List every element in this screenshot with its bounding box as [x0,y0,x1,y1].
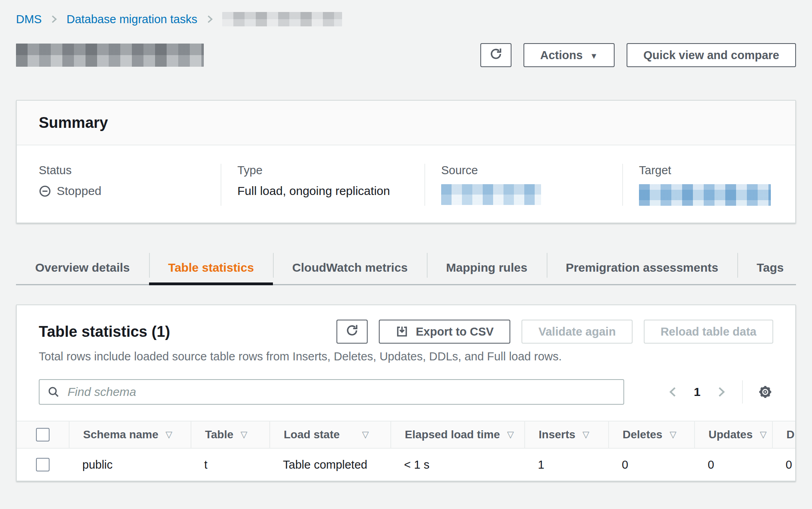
summary-card: Summary Status Stopped Type Full load, o… [16,100,796,223]
refresh-button[interactable] [480,43,511,67]
chevron-left-icon [667,386,679,398]
previous-page-button[interactable] [667,386,679,398]
cell-table: t [191,449,269,481]
breadcrumb: DMS Database migration tasks [16,11,796,27]
column-header-inserts[interactable]: Inserts▽ [524,422,608,448]
summary-card-header: Summary [17,101,795,145]
breadcrumb-current-task-redacted [222,12,342,26]
cell-updates: 0 [694,449,772,481]
cell-schema-name: public [69,449,191,481]
table-statistics-header: Table statistics (1) Export to CSV Valid… [17,320,795,344]
sort-icon[interactable]: ▽ [362,429,369,440]
sort-icon[interactable]: ▽ [241,429,247,440]
breadcrumb-link-dms[interactable]: DMS [16,13,42,26]
column-header-ddls-clipped[interactable]: D [772,422,795,448]
page-header: Actions ▼ Quick view and compare [16,42,796,68]
column-header-updates[interactable]: Updates▽ [694,422,772,448]
type-value: Full load, ongoing replication [237,184,424,198]
sort-icon[interactable]: ▽ [583,429,589,440]
column-header-table[interactable]: Table▽ [191,422,269,448]
cell-inserts: 1 [524,449,608,481]
cell-ddls-clipped: 0 [772,449,795,481]
actions-button[interactable]: Actions ▼ [523,43,615,67]
tab-bar: Overview details Table statistics CloudW… [16,251,796,285]
table-statistics-description: Total rows include loaded source table r… [17,350,795,363]
source-value [441,184,622,205]
sort-icon[interactable]: ▽ [165,429,172,440]
pagination: 1 [667,380,773,404]
cell-deletes: 0 [608,449,694,481]
search-icon [48,386,60,398]
refresh-icon [345,324,359,340]
table-statistics-panel: Table statistics (1) Export to CSV Valid… [16,304,796,481]
export-csv-label: Export to CSV [416,325,494,338]
gear-icon [757,384,773,400]
schema-search [39,379,624,405]
sort-icon[interactable]: ▽ [760,429,766,440]
export-csv-button[interactable]: Export to CSV [379,320,510,344]
statistics-table: Schema name▽ Table▽ Load state▽ Elapsed … [17,421,795,481]
refresh-icon [489,47,503,64]
reload-table-data-button: Reload table data [644,320,773,344]
dms-task-page: DMS Database migration tasks Actions ▼ Q… [0,0,812,481]
target-value [639,184,795,206]
target-endpoint-link-redacted[interactable] [639,184,771,206]
status-value: Stopped [39,184,221,198]
page-title-redacted [16,44,204,67]
summary-field-status: Status Stopped [17,164,221,206]
summary-fields: Status Stopped Type Full load, ongoing r… [17,145,795,223]
table-header-row: Schema name▽ Table▽ Load state▽ Elapsed … [17,421,795,449]
toolbar-divider [742,380,743,404]
source-label: Source [441,164,622,177]
row-checkbox[interactable] [36,458,50,471]
target-label: Target [639,164,795,177]
column-header-elapsed-load-time[interactable]: Elapsed load time▽ [390,422,524,448]
actions-button-label: Actions [540,49,583,62]
table-row: public t Table completed < 1 s 1 0 0 0 [17,449,795,481]
header-actions: Actions ▼ Quick view and compare [480,43,796,67]
table-toolbar: 1 [17,379,795,405]
tab-tags[interactable]: Tags [737,251,803,284]
sort-icon[interactable]: ▽ [507,429,514,440]
type-label: Type [237,164,424,177]
quick-view-compare-button[interactable]: Quick view and compare [627,43,796,67]
tab-premigration-assessments[interactable]: Premigration assessments [547,251,738,284]
tab-table-statistics[interactable]: Table statistics [149,251,273,284]
cell-elapsed-load-time: < 1 s [390,449,524,481]
download-icon [396,325,408,338]
column-header-load-state[interactable]: Load state▽ [269,422,390,448]
breadcrumb-chevron-icon [205,14,215,24]
next-page-button[interactable] [715,386,728,398]
tab-cloudwatch-metrics[interactable]: CloudWatch metrics [273,251,427,284]
select-all-checkbox[interactable] [36,428,50,441]
summary-field-source: Source [424,164,622,206]
table-statistics-actions: Export to CSV Validate again Reload tabl… [336,320,773,344]
breadcrumb-chevron-icon [49,14,59,24]
source-endpoint-link-redacted[interactable] [441,184,541,205]
tab-mapping-rules[interactable]: Mapping rules [427,251,546,284]
table-statistics-title: Table statistics (1) [39,322,170,341]
breadcrumb-link-migration-tasks[interactable]: Database migration tasks [66,13,197,26]
column-header-schema-name[interactable]: Schema name▽ [69,422,191,448]
current-page-number[interactable]: 1 [694,385,701,399]
tab-overview-details[interactable]: Overview details [16,251,149,284]
settings-gear-button[interactable] [757,384,773,400]
find-schema-input[interactable] [39,379,624,405]
status-label: Status [39,164,221,177]
cell-load-state: Table completed [269,449,390,481]
table-refresh-button[interactable] [336,320,368,344]
sort-icon[interactable]: ▽ [670,429,677,440]
stopped-icon [39,185,51,197]
summary-field-target: Target [622,164,795,206]
summary-title: Summary [39,113,773,132]
summary-field-type: Type Full load, ongoing replication [221,164,424,206]
caret-down-icon: ▼ [590,52,598,60]
chevron-right-icon [715,386,728,398]
validate-again-button: Validate again [521,320,632,344]
column-header-deletes[interactable]: Deletes▽ [608,422,694,448]
